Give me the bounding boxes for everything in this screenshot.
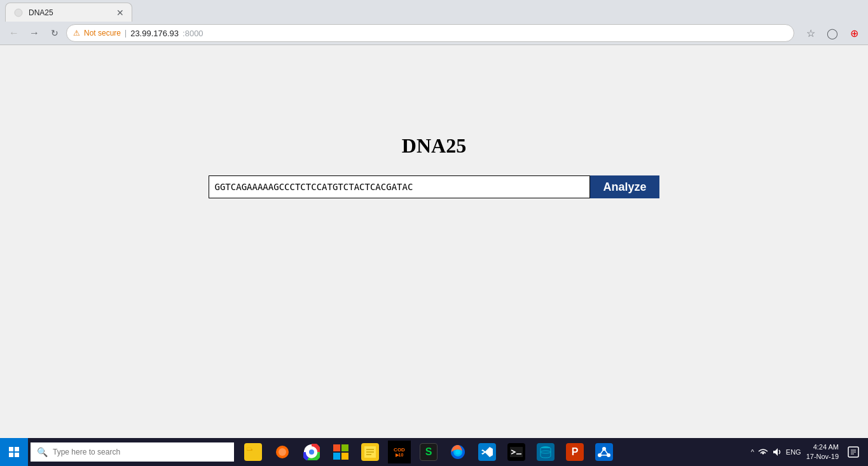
- svg-rect-24: [510, 447, 523, 457]
- extension-button[interactable]: ⊕: [845, 24, 863, 42]
- clock-date: 17-Nov-19: [806, 452, 839, 462]
- terminal-icon: [507, 443, 525, 461]
- tab-title: DNA25: [29, 8, 53, 17]
- app13-icon: [595, 443, 613, 461]
- page-title: DNA25: [402, 134, 466, 158]
- taskbar-right: ^ ENG 4:24 AM 17-Nov-19: [746, 438, 868, 466]
- app7-icon: S: [420, 443, 437, 461]
- taskbar: 🔍: [0, 438, 868, 466]
- toolbar-icons: ☆ ◯ ⊕: [802, 24, 863, 42]
- firefox-icon: [449, 443, 467, 461]
- svg-point-9: [279, 448, 286, 456]
- tab-bar: DNA25 ✕: [0, 0, 868, 22]
- cod-icon: COD ▶10: [388, 441, 411, 463]
- powerpoint-icon: P: [566, 443, 584, 461]
- taskbar-app-sticky-notes[interactable]: [356, 438, 384, 466]
- not-secure-icon: ⚠: [73, 29, 80, 38]
- browser-chrome: DNA25 ✕ ← → ↻ ⚠ Not secure | 23.99.176.9…: [0, 0, 868, 45]
- language-label: ENG: [786, 448, 801, 456]
- url-separator: |: [125, 29, 127, 38]
- account-button[interactable]: ◯: [823, 24, 841, 42]
- taskbar-app-terminal[interactable]: [502, 438, 530, 466]
- chrome-icon: [303, 443, 320, 461]
- taskbar-app-ms-store[interactable]: [327, 438, 355, 466]
- tab-close-button[interactable]: ✕: [116, 8, 124, 18]
- taskbar-clock: 4:24 AM 17-Nov-19: [806, 442, 839, 462]
- taskbar-app-db[interactable]: [532, 438, 560, 466]
- svg-rect-7: [247, 448, 251, 450]
- volume-icon: [772, 448, 782, 456]
- taskbar-app-firefox[interactable]: [444, 438, 472, 466]
- svg-rect-14: [341, 444, 348, 451]
- svg-rect-13: [333, 444, 340, 451]
- tray-expand[interactable]: ^: [751, 448, 754, 456]
- reload-button[interactable]: ↻: [46, 24, 64, 42]
- svg-rect-3: [9, 453, 13, 457]
- analyze-button[interactable]: Analyze: [590, 175, 659, 198]
- taskbar-search[interactable]: 🔍: [31, 442, 234, 462]
- network-icon: [273, 443, 291, 461]
- start-button[interactable]: [0, 438, 28, 466]
- svg-point-23: [455, 449, 460, 455]
- dna-sequence-input[interactable]: [209, 175, 590, 198]
- search-icon: 🔍: [37, 447, 48, 457]
- svg-rect-1: [9, 447, 13, 451]
- taskbar-app-file-explorer[interactable]: [239, 438, 267, 466]
- svg-point-12: [309, 449, 314, 455]
- taskbar-app-13[interactable]: [590, 438, 618, 466]
- svg-rect-16: [341, 453, 348, 460]
- sticky-notes-icon: [361, 443, 379, 461]
- system-tray: ^ ENG: [751, 448, 801, 456]
- svg-line-31: [600, 449, 604, 455]
- wifi-icon: [758, 448, 768, 456]
- url-port: :8000: [183, 29, 203, 38]
- notification-center[interactable]: [844, 438, 863, 466]
- input-row: Analyze: [209, 175, 659, 198]
- bookmark-button[interactable]: ☆: [802, 24, 820, 42]
- file-explorer-icon: [244, 443, 262, 461]
- taskbar-app-chrome[interactable]: [298, 438, 326, 466]
- taskbar-apps: COD ▶10 S: [237, 438, 746, 466]
- svg-rect-15: [333, 453, 340, 460]
- taskbar-app-network[interactable]: [268, 438, 296, 466]
- page-content: DNA25 Analyze: [0, 45, 868, 439]
- svg-line-32: [604, 449, 609, 455]
- browser-navbar: ← → ↻ ⚠ Not secure | 23.99.176.93:8000 ☆…: [0, 22, 868, 45]
- forward-button[interactable]: →: [25, 24, 43, 42]
- not-secure-label: Not secure: [84, 29, 121, 38]
- back-button[interactable]: ←: [5, 24, 23, 42]
- svg-rect-4: [15, 453, 19, 457]
- taskbar-app-cod[interactable]: COD ▶10: [385, 438, 413, 466]
- address-bar[interactable]: ⚠ Not secure | 23.99.176.93:8000: [66, 24, 794, 42]
- search-input[interactable]: [53, 448, 228, 456]
- clock-time: 4:24 AM: [806, 442, 839, 452]
- taskbar-app-vscode[interactable]: [473, 438, 501, 466]
- active-tab[interactable]: DNA25 ✕: [5, 3, 132, 22]
- tab-favicon: [13, 8, 24, 18]
- svg-rect-2: [15, 447, 19, 451]
- url-host: 23.99.176.93: [130, 29, 179, 38]
- taskbar-app-powerpoint[interactable]: P: [561, 438, 589, 466]
- svg-point-0: [15, 9, 22, 17]
- db-icon: [537, 443, 555, 461]
- vscode-icon: [478, 443, 496, 461]
- taskbar-app-7[interactable]: S: [415, 438, 443, 466]
- ms-store-icon: [332, 443, 350, 461]
